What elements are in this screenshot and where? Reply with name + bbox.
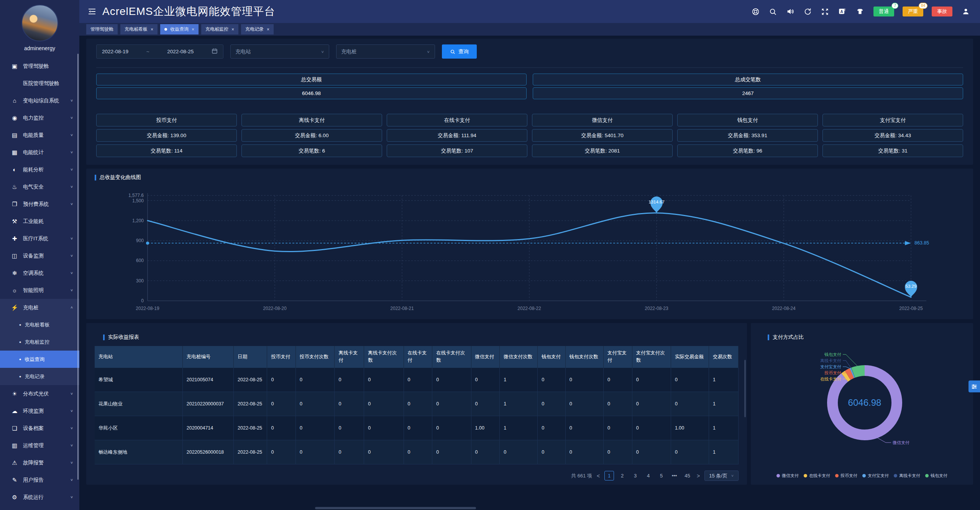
page-button-4[interactable]: 4 (643, 471, 653, 480)
divider (96, 67, 963, 68)
table-scrollbar[interactable] (744, 360, 746, 417)
tab-charge-records[interactable]: 充电记录× (241, 24, 274, 34)
legend-item[interactable]: 投币支付 (835, 473, 857, 479)
sidebar-item-energy-statistics[interactable]: ▦电能统计∨ (0, 144, 79, 161)
sidebar-item-substation-system[interactable]: ⌂变电站综自系统∨ (0, 92, 79, 109)
table-cell: 0 (538, 440, 566, 464)
menu-collapse-icon[interactable] (88, 7, 96, 16)
search-icon[interactable] (769, 8, 777, 16)
avatar[interactable] (21, 5, 58, 41)
tab-pile-monitor[interactable]: 充电桩监控× (201, 24, 238, 34)
sidebar-item-electrical-safety[interactable]: ♨电气安全∨ (0, 178, 79, 195)
station-select[interactable]: 充电站 ∨ (230, 44, 329, 59)
lighting-icon: ☼ (11, 287, 18, 294)
close-icon[interactable]: × (192, 27, 194, 32)
sidebar-item-device-monitoring[interactable]: ◫设备监测∨ (0, 247, 79, 264)
date-range-picker[interactable]: 2022-08-19 ~ 2022-08-25 (96, 44, 223, 59)
sidebar-subitem-pile-monitoring[interactable]: •充电桩监控 (0, 333, 79, 351)
chevron-down-icon: ∨ (321, 49, 324, 54)
sidebar-item-ops-management[interactable]: ▥运维管理∨ (0, 437, 79, 454)
legend-label: 微信支付 (782, 473, 799, 479)
sidebar-item-energy-analysis[interactable]: ◐能耗分析∨ (0, 161, 79, 178)
sound-icon[interactable] (786, 7, 795, 16)
sidebar-item-hvac-system[interactable]: ❄空调系统∨ (0, 264, 79, 282)
sidebar-item-industrial-energy[interactable]: ⚒工业能耗 (0, 213, 79, 230)
legend-item[interactable]: 微信支付 (776, 473, 799, 479)
sidebar-subitem-charging-records[interactable]: •充电记录 (0, 368, 79, 385)
theme-shirt-icon[interactable] (856, 7, 864, 16)
query-row: 2022-08-19 ~ 2022-08-25 充电站 ∨ 充电桩 ∨ (96, 44, 963, 59)
page-button-45[interactable]: 45 (683, 471, 692, 480)
prev-page-button[interactable]: < (596, 473, 601, 479)
sidebar-item-power-quality[interactable]: ▤电能质量∨ (0, 126, 79, 144)
tab-label: 充电桩看板 (125, 26, 148, 33)
table-row[interactable]: 华苑小区20200047142022-08-250000001.00100001… (95, 416, 739, 440)
electrical-safety-icon: ♨ (11, 184, 18, 190)
payment-share-panel: 支付方式占比 6046.98钱包支付离线卡支付支付宝支付投币支付在线卡支付微信支… (751, 323, 973, 485)
close-icon[interactable]: × (151, 27, 153, 32)
legend-dot (894, 474, 897, 477)
column-header: 微信支付次数 (500, 346, 538, 368)
medical-it-icon: ✚ (11, 235, 18, 242)
alarm-button-accident[interactable]: 事故 (932, 7, 952, 16)
column-header: 投币支付 (267, 346, 296, 368)
sidebar-item-hospital-cockpit[interactable]: 医院管理驾驶舱 (0, 75, 79, 92)
table-row[interactable]: 畅达峰东侧地202205260000182022-08-250000000000… (95, 440, 739, 464)
sidebar-item-user-report[interactable]: ✎用户报告∨ (0, 471, 79, 489)
sidebar-subitem-revenue-query[interactable]: •收益查询 (0, 351, 79, 368)
tab-revenue-query[interactable]: 收益查询× (160, 24, 199, 34)
sidebar-item-device-archive[interactable]: ❏设备档案∨ (0, 420, 79, 437)
sidebar-item-fault-alarm[interactable]: ⚠故障报警∨ (0, 454, 79, 471)
chevron-down-icon: ∨ (70, 392, 73, 395)
translate-icon[interactable]: A文 (838, 7, 847, 16)
table-row[interactable]: 希望城20210050742022-08-2500000001000001 (95, 368, 739, 392)
tab-pile-board[interactable]: 充电桩看板× (120, 24, 158, 34)
pagination-ellipsis[interactable]: ••• (670, 471, 679, 480)
user-icon[interactable] (962, 7, 970, 16)
sidebar-item-distributed-pv[interactable]: ☀分布式光伏∨ (0, 385, 79, 402)
legend-item[interactable]: 支付宝支付 (862, 473, 889, 479)
page-button-3[interactable]: 3 (630, 471, 640, 480)
pile-select[interactable]: 充电桩 ∨ (336, 44, 435, 59)
sidebar-item-smart-lighting[interactable]: ☼智能照明∨ (0, 282, 79, 299)
sidebar-subitem-pile-dashboard[interactable]: •充电桩看板 (0, 316, 79, 333)
tab-cockpit[interactable]: 管理驾驶舱 (86, 24, 118, 34)
alarm-button-severe[interactable]: 严重84 (903, 7, 923, 16)
close-icon[interactable]: × (231, 27, 234, 32)
fullscreen-icon[interactable] (821, 8, 829, 16)
svg-text:在线卡支付: 在线卡支付 (820, 377, 841, 381)
page-button-1[interactable]: 1 (604, 471, 614, 480)
sidebar-item-system-operation[interactable]: ⚙系统运行∨ (0, 489, 79, 506)
sidebar-item-environment-monitoring[interactable]: ☁环境监测∨ (0, 402, 79, 420)
page-button-5[interactable]: 5 (657, 471, 666, 480)
page-size-select[interactable]: 15 条/页∨ (704, 471, 739, 481)
payment-amount: 交易金额: 139.00 (96, 129, 237, 142)
substation-icon: ⌂ (11, 97, 18, 104)
svg-text:6046.98: 6046.98 (848, 397, 882, 408)
refresh-icon[interactable] (804, 8, 812, 16)
search-button[interactable]: 查询 (442, 44, 477, 59)
chevron-down-icon: ∨ (427, 49, 430, 54)
close-icon[interactable]: × (267, 27, 269, 32)
legend-dot (835, 474, 839, 477)
sidebar-item-management-cockpit[interactable]: ▣管理驾驶舱 (0, 57, 79, 75)
sidebar-item-medical-it[interactable]: ✚医疗IT系统∨ (0, 230, 79, 247)
help-icon[interactable] (752, 8, 760, 16)
horizontal-scrollbar[interactable] (315, 507, 476, 509)
settings-float-button[interactable] (969, 380, 980, 392)
sidebar-item-prepaid-system[interactable]: ❐预付费系统∨ (0, 195, 79, 213)
table-row[interactable]: 花果山物业202102200000372022-08-2500000001000… (95, 392, 739, 416)
sidebar-item-power-monitoring[interactable]: ◉电力监控∨ (0, 109, 79, 126)
legend-item[interactable]: 钱包支付 (925, 473, 947, 479)
svg-text:2022-08-25: 2022-08-25 (899, 306, 923, 311)
column-header: 投币支付次数 (296, 346, 335, 368)
sidebar-scrollbar[interactable] (77, 54, 79, 480)
next-page-button[interactable]: > (696, 473, 701, 479)
line-chart-title: 总收益变化曲线图 (100, 174, 141, 181)
table-cell: 1 (709, 416, 739, 440)
legend-item[interactable]: 在线卡支付 (804, 473, 830, 479)
alarm-button-normal[interactable]: 普通7 (873, 7, 894, 16)
sidebar-item-charging-pile[interactable]: ⚡充电桩∧ (0, 299, 79, 316)
legend-item[interactable]: 离线卡支付 (894, 473, 920, 479)
page-button-2[interactable]: 2 (617, 471, 627, 480)
